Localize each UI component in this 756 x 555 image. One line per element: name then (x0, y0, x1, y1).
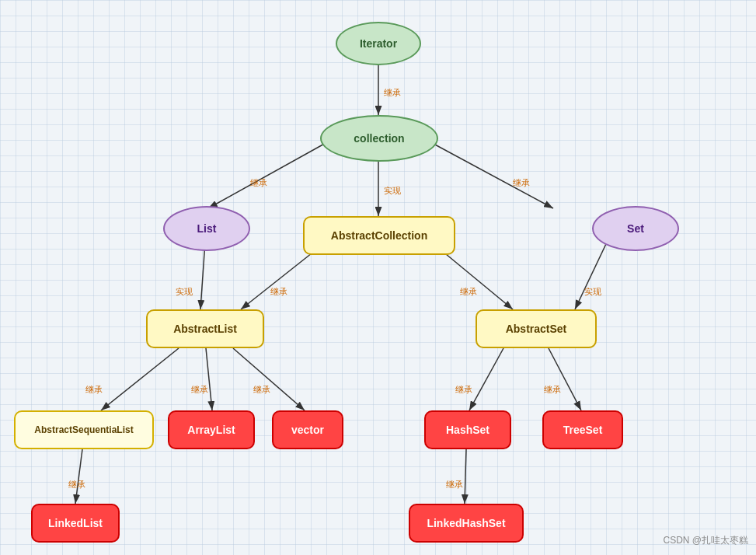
label-as-hash: 继承 (455, 384, 472, 396)
node-linked-list: LinkedList (31, 504, 120, 543)
svg-line-13 (549, 348, 581, 410)
label-ac-al: 继承 (270, 286, 287, 298)
node-abstract-collection: AbstractCollection (303, 216, 455, 255)
label-al-vec: 继承 (253, 384, 270, 396)
label-as-tree: 继承 (544, 384, 561, 396)
svg-line-15 (465, 449, 466, 504)
label-asl-ll: 继承 (68, 479, 85, 490)
arrows-svg (0, 0, 756, 555)
svg-line-14 (75, 449, 82, 504)
label-al-arr: 继承 (191, 384, 208, 396)
watermark: CSDN @扎哇太枣糕 (663, 534, 748, 547)
label-list-al: 实现 (176, 286, 193, 298)
node-iterator: Iterator (336, 22, 421, 65)
label-ac-as: 继承 (460, 286, 477, 298)
label-it-col: 继承 (384, 87, 401, 99)
label-al-asl: 继承 (85, 384, 103, 396)
svg-line-9 (101, 348, 179, 410)
label-col-set: 继承 (513, 177, 530, 189)
svg-line-3 (423, 138, 553, 208)
node-linked-hash-set: LinkedHashSet (409, 504, 524, 543)
node-set: Set (592, 206, 679, 251)
label-col-list: 继承 (250, 177, 267, 189)
svg-line-2 (208, 138, 334, 208)
svg-line-10 (206, 348, 212, 410)
svg-line-11 (233, 348, 305, 410)
node-vector: vector (272, 410, 343, 449)
label-set-as: 实现 (584, 286, 601, 298)
node-array-list: ArrayList (168, 410, 255, 449)
svg-line-12 (469, 348, 503, 410)
diagram-container: Iterator collection List Set AbstractCol… (0, 0, 756, 555)
node-abstract-set: AbstractSet (476, 309, 597, 348)
label-hash-lhs: 继承 (446, 479, 463, 490)
label-col-ac: 实现 (384, 185, 401, 197)
node-abstract-sequential-list: AbstractSequentiaList (14, 410, 154, 449)
node-hash-set: HashSet (424, 410, 511, 449)
node-collection: collection (320, 115, 438, 162)
node-abstract-list: AbstractList (146, 309, 264, 348)
node-list: List (163, 206, 250, 251)
node-tree-set: TreeSet (542, 410, 623, 449)
